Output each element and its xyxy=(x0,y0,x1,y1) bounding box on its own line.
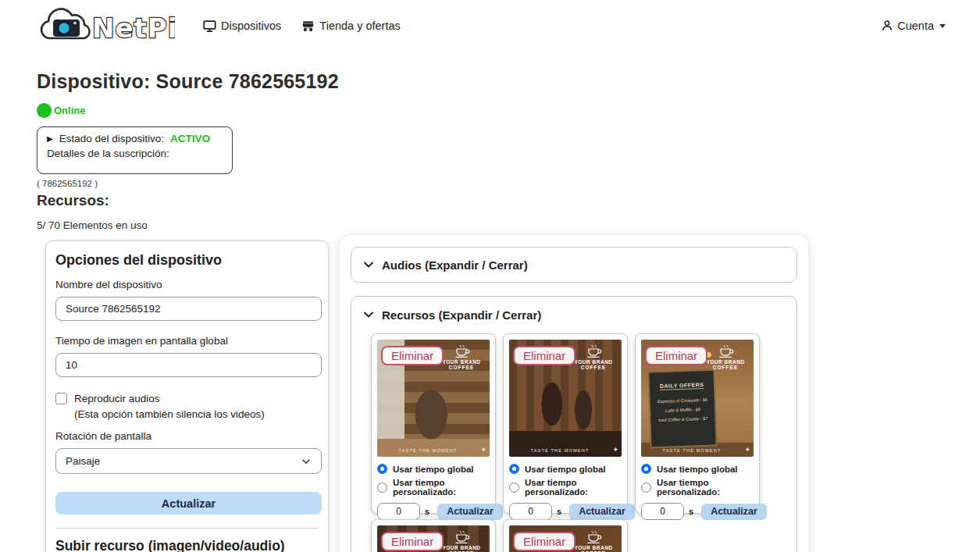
custom-time-row: s Actualizar xyxy=(641,503,754,520)
device-name-label: Nombre del dispositivo xyxy=(55,279,319,290)
coffee-cup-icon xyxy=(585,344,602,358)
resource-card: Eliminar YOUR BRAND COFFEE TASTE THE xyxy=(503,333,628,514)
device-state-line: ▶ Estado del dispositivo: ACTIVO xyxy=(47,133,223,144)
image-tagline: TASTE THE MOMENT xyxy=(509,448,611,453)
nav-label: Tienda y ofertas xyxy=(319,20,400,32)
usage-count: 5/ 70 Elementos en uso xyxy=(37,219,148,231)
global-time-option[interactable]: Usar tiempo global xyxy=(377,464,490,474)
custom-time-option[interactable]: Usar tiempo personalizado: xyxy=(641,478,754,497)
global-time-input[interactable] xyxy=(55,353,322,377)
chevron-down-icon xyxy=(362,258,375,271)
audios-accordion-header[interactable]: Audios (Expandir / Cerrar) xyxy=(351,247,797,283)
options-panel-title: Opciones del dispositivo xyxy=(55,252,319,269)
resource-card: Eliminar YOUR BRAND COFFEE TASTE THE xyxy=(503,519,628,552)
account-menu[interactable]: Cuenta xyxy=(881,0,946,52)
audio-checkbox-row: Reproducir audios xyxy=(55,393,319,404)
custom-time-row: s Actualizar xyxy=(377,503,490,520)
radio-custom-time[interactable] xyxy=(509,483,519,493)
netpic-logo[interactable]: NetPic xyxy=(36,6,175,45)
delete-resource-button[interactable]: Eliminar xyxy=(513,532,576,551)
upload-section-heading: Subir recurso (imagen/video/audio) xyxy=(55,538,319,552)
image-tagline: TASTE THE MOMENT xyxy=(377,448,479,453)
custom-time-input[interactable] xyxy=(509,503,552,520)
nav-label: Dispositivos xyxy=(221,20,281,32)
custom-time-input[interactable] xyxy=(377,503,420,520)
global-time-label: Tiempo de imagen en pantalla global xyxy=(55,335,319,347)
radio-global-time[interactable] xyxy=(641,464,651,474)
netpic-logo-graphic: NetPic xyxy=(36,7,175,45)
delete-resource-button[interactable]: Eliminar xyxy=(381,532,444,551)
audio-checkbox-label: Reproducir audios xyxy=(74,393,160,404)
image-brand-overlay: YOUR BRAND COFFEE xyxy=(437,344,486,370)
delete-resource-button[interactable]: Eliminar xyxy=(645,346,707,365)
rotation-label: Rotación de pantalla xyxy=(55,430,319,442)
radio-custom-time[interactable] xyxy=(641,483,651,493)
online-status: Online xyxy=(37,103,85,118)
image-brand-overlay: YOUR BRAND COFFEE xyxy=(701,344,750,370)
audios-accordion-title: Audios (Expandir / Cerrar) xyxy=(382,258,528,272)
image-tagline: TASTE THE MOMENT xyxy=(641,448,743,453)
resource-image-coffee-beans: Eliminar YOUR BRAND COFFEE TASTE THE xyxy=(509,525,622,552)
resource-image-daily-offers: Eliminar YOUR BRAND COFFEE xyxy=(641,340,754,457)
card-update-button[interactable]: Actualizar xyxy=(701,504,767,520)
resources-accordion-header[interactable]: Recursos (Expandir / Cerrar) xyxy=(351,297,796,333)
state-value: ACTIVO xyxy=(170,133,210,144)
global-time-option[interactable]: Usar tiempo global xyxy=(509,464,622,474)
global-time-option[interactable]: Usar tiempo global xyxy=(641,464,754,474)
rotation-select[interactable]: Paisaje xyxy=(55,448,322,474)
resources-panel: Audios (Expandir / Cerrar) Recursos (Exp… xyxy=(339,234,809,552)
nav-item-tienda[interactable]: Tienda y ofertas xyxy=(301,20,400,33)
resources-heading: Recursos: xyxy=(37,192,109,209)
camera-lens-icon xyxy=(58,22,70,34)
radio-custom-time[interactable] xyxy=(377,483,387,493)
coffee-cup-icon xyxy=(453,530,470,544)
coffee-cup-icon xyxy=(585,530,602,544)
card-update-button[interactable]: Actualizar xyxy=(569,504,635,520)
resource-image-woman-with-coffee: Eliminar YOUR BRAND COFFEE TASTE THE xyxy=(377,340,490,457)
nav-item-dispositivos[interactable]: Dispositivos xyxy=(203,20,281,33)
image-brand-overlay: YOUR BRAND COFFEE xyxy=(569,530,618,552)
caret-down-icon xyxy=(939,24,946,28)
resource-image-cafe-interior: Eliminar YOUR BRAND COFFEE TASTE THE xyxy=(377,525,490,552)
page-title: Dispositivo: Source 7862565192 xyxy=(37,70,339,93)
coffee-cup-icon xyxy=(717,344,734,358)
device-name-input[interactable] xyxy=(55,297,322,321)
brand-name: NetPic xyxy=(92,12,175,44)
account-label: Cuenta xyxy=(897,20,934,32)
rotation-selected-value: Paisaje xyxy=(66,455,100,467)
radio-global-time[interactable] xyxy=(377,464,387,474)
chevron-down-icon xyxy=(301,456,312,467)
resources-accordion-title: Recursos (Expandir / Cerrar) xyxy=(382,308,541,322)
device-options-panel: Opciones del dispositivo Nombre del disp… xyxy=(45,240,329,552)
card-update-button[interactable]: Actualizar xyxy=(437,504,503,520)
resource-image-barista-customer: Eliminar YOUR BRAND COFFEE TASTE THE xyxy=(509,340,622,457)
expand-triangle-icon[interactable]: ▶ xyxy=(47,134,53,143)
top-navbar: NetPic Dispositivos Tienda y ofertas xyxy=(0,0,980,52)
sparkle-icon: ✦ xyxy=(612,446,618,454)
device-page: NetPic Dispositivos Tienda y ofertas xyxy=(0,0,980,552)
device-state-box[interactable]: ▶ Estado del dispositivo: ACTIVO Detalle… xyxy=(37,126,233,174)
custom-time-option[interactable]: Usar tiempo personalizado: xyxy=(377,478,490,497)
person-icon xyxy=(881,20,893,32)
online-label: Online xyxy=(54,105,85,116)
radio-global-time[interactable] xyxy=(509,464,519,474)
subscription-label: Detalles de la suscripción: xyxy=(47,148,223,159)
image-brand-overlay: YOUR BRAND COFFEE xyxy=(437,530,486,552)
chalkboard-menu: DAILY OFFERS Espresso & Croissant - $6 L… xyxy=(647,369,718,449)
device-id: ( 7862565192 ) xyxy=(37,179,98,188)
delete-resource-button[interactable]: Eliminar xyxy=(513,346,576,365)
audio-checkbox[interactable] xyxy=(55,393,67,404)
custom-time-option[interactable]: Usar tiempo personalizado: xyxy=(509,478,622,497)
sparkle-icon: ✦ xyxy=(480,446,486,454)
sparkle-icon: ✦ xyxy=(744,446,750,454)
resource-cards-grid: Eliminar YOUR BRAND COFFEE TASTE THE xyxy=(351,333,796,552)
store-icon xyxy=(301,20,315,33)
resource-card: Eliminar YOUR BRAND COFFEE xyxy=(635,333,760,514)
delete-resource-button[interactable]: Eliminar xyxy=(381,346,444,365)
coffee-cup-icon xyxy=(453,344,470,358)
audio-note: (Esta opción también silencia los videos… xyxy=(74,408,319,420)
custom-time-input[interactable] xyxy=(641,503,684,520)
device-update-button[interactable]: Actualizar xyxy=(55,492,322,515)
online-dot-icon xyxy=(37,103,52,118)
resources-accordion: Recursos (Expandir / Cerrar) Eliminar xyxy=(351,296,797,552)
